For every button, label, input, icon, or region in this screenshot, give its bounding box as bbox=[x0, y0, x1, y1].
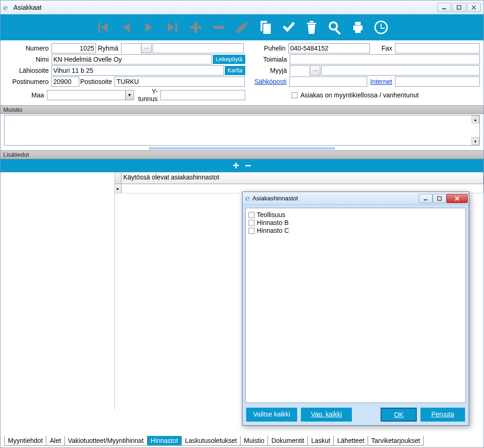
grid-corner bbox=[115, 173, 121, 184]
globe-clock-icon[interactable] bbox=[373, 19, 389, 36]
minimize-button[interactable] bbox=[437, 3, 451, 12]
deselect-all-button[interactable]: Vap. kaikki bbox=[301, 408, 352, 422]
numero-label: Numero bbox=[4, 45, 51, 52]
confirm-icon[interactable] bbox=[280, 19, 297, 36]
tab-l-hetteet[interactable]: Lähetteet bbox=[333, 436, 368, 446]
svg-rect-5 bbox=[438, 197, 441, 200]
myyja-label: Myyjä bbox=[247, 67, 289, 74]
pricelist-modal: ℮ Asiakashinnastot TeollisuusHinnasto BH… bbox=[242, 192, 469, 426]
add-row-icon[interactable]: + bbox=[233, 160, 239, 171]
tab-alet[interactable]: Alet bbox=[46, 436, 64, 446]
myyntikielto-label: Asiakas on myyntikiellossa / vanhentunut bbox=[300, 91, 419, 99]
window-title: Asiakkaat bbox=[13, 4, 437, 11]
lisatiedot-section-header: Lisätiedot bbox=[0, 150, 484, 159]
tab-vakiotuotteet-myyntihinnat[interactable]: Vakiotuotteet/Myyntihinnat bbox=[64, 436, 147, 446]
scroll-up-icon[interactable]: ▴ bbox=[471, 115, 479, 123]
lahiosoite-label: Lähiosoite bbox=[4, 67, 51, 74]
remove-icon[interactable] bbox=[210, 19, 227, 36]
checkbox-icon[interactable] bbox=[248, 220, 255, 226]
kartta-button[interactable]: Kartta bbox=[225, 66, 245, 75]
tab-laskut[interactable]: Laskut bbox=[307, 436, 334, 446]
ryhma-input[interactable] bbox=[121, 44, 141, 54]
ryhma-desc-input[interactable] bbox=[153, 43, 244, 53]
leikepoyta-button[interactable]: Leikepöytä bbox=[213, 55, 245, 64]
prev-record-icon[interactable] bbox=[118, 19, 134, 36]
titlebar: ℮ Asiakkaat bbox=[0, 0, 484, 14]
lahiosoite-input[interactable] bbox=[51, 65, 224, 76]
splitter[interactable] bbox=[0, 147, 484, 150]
print-icon[interactable] bbox=[350, 19, 366, 36]
postiosoite-input[interactable] bbox=[115, 77, 245, 87]
fax-input[interactable] bbox=[395, 43, 480, 53]
select-all-button[interactable]: Valitse kaikki bbox=[246, 408, 297, 422]
muistio-textarea[interactable]: ▴ ▾ bbox=[4, 115, 480, 146]
tab-tarviketarjoukset[interactable]: Tarviketarjoukset bbox=[368, 436, 424, 446]
internet-link[interactable]: Internet bbox=[368, 78, 394, 85]
tab-myyntiehdot[interactable]: Myyntiehdot bbox=[4, 436, 46, 446]
add-icon[interactable] bbox=[187, 19, 204, 36]
tab-hinnastot[interactable]: Hinnastot bbox=[147, 436, 182, 446]
checklist-item[interactable]: Teollisuus bbox=[248, 211, 463, 218]
svg-rect-4 bbox=[424, 199, 427, 200]
tab-dokumentit[interactable]: Dokumentit bbox=[267, 436, 308, 446]
internet-input[interactable] bbox=[395, 77, 480, 87]
nimi-input[interactable] bbox=[51, 54, 212, 64]
numero-input[interactable] bbox=[51, 43, 96, 53]
ytunnus-label: Y-tunnus bbox=[135, 88, 159, 102]
copy-icon[interactable] bbox=[257, 19, 274, 36]
puhelin-input[interactable] bbox=[288, 43, 370, 53]
customer-form: Numero Ryhmä ⋯ Puhelin Fax Nimi Leike bbox=[0, 40, 484, 105]
chevron-down-icon[interactable]: ▼ bbox=[125, 90, 134, 100]
checklist-item[interactable]: Hinnasto B bbox=[248, 219, 463, 226]
ytunnus-input[interactable] bbox=[160, 90, 245, 100]
tab-laskutusoletukset[interactable]: Laskutusoletukset bbox=[181, 436, 241, 446]
first-record-icon[interactable] bbox=[95, 19, 111, 36]
toimiala-input[interactable] bbox=[290, 54, 480, 64]
search-icon[interactable] bbox=[326, 19, 343, 36]
modal-close-button[interactable] bbox=[446, 194, 468, 203]
sahkoposti-link[interactable]: Sähköposti bbox=[247, 78, 288, 85]
myyntikielto-checkbox[interactable] bbox=[292, 92, 298, 98]
last-record-icon[interactable] bbox=[164, 19, 181, 36]
ryhma-lookup-button[interactable]: ⋯ bbox=[141, 44, 151, 53]
myyja-lookup-button[interactable]: ⋯ bbox=[310, 66, 320, 75]
modal-minimize-button[interactable] bbox=[419, 194, 433, 203]
main-toolbar bbox=[0, 14, 484, 40]
checklist-label: Teollisuus bbox=[257, 211, 285, 218]
modal-maximize-button[interactable] bbox=[433, 194, 446, 203]
checkbox-icon[interactable] bbox=[248, 212, 255, 218]
ryhma-label: Ryhmä bbox=[97, 45, 120, 52]
edit-icon[interactable] bbox=[234, 19, 250, 36]
tab-muistio[interactable]: Muistio bbox=[240, 436, 268, 446]
checkbox-icon[interactable] bbox=[248, 228, 255, 234]
puhelin-label: Puhelin bbox=[246, 45, 287, 52]
sahkoposti-input[interactable] bbox=[289, 77, 367, 87]
maximize-button[interactable] bbox=[452, 3, 466, 12]
remove-row-icon[interactable]: − bbox=[245, 160, 251, 171]
myyja-desc-input[interactable] bbox=[321, 65, 480, 76]
checklist-item[interactable]: Hinnasto C bbox=[248, 227, 463, 234]
checklist-label: Hinnasto C bbox=[257, 227, 289, 234]
svg-rect-1 bbox=[457, 6, 461, 9]
trash-icon[interactable] bbox=[303, 19, 320, 36]
myyja-input[interactable] bbox=[290, 66, 310, 76]
main-window: ℮ Asiakkaat bbox=[0, 0, 484, 448]
grid-column-header[interactable]: Käytössä olevat asiakashinnastot bbox=[121, 173, 484, 184]
fax-label: Fax bbox=[371, 45, 394, 52]
modal-title: Asiakashinnastot bbox=[253, 195, 419, 202]
nimi-label: Nimi bbox=[4, 56, 51, 63]
ok-button[interactable]: OK bbox=[381, 408, 417, 422]
checklist-label: Hinnasto B bbox=[257, 219, 288, 226]
postinumero-input[interactable] bbox=[51, 77, 79, 87]
maa-label: Maa bbox=[4, 91, 46, 99]
next-record-icon[interactable] bbox=[141, 19, 158, 36]
cancel-button[interactable]: Peruuta bbox=[420, 408, 465, 422]
maa-dropdown[interactable] bbox=[47, 90, 134, 100]
svg-rect-0 bbox=[442, 8, 446, 9]
app-icon: ℮ bbox=[3, 4, 11, 11]
muistio-section-header: Muistio bbox=[0, 105, 484, 114]
scroll-down-icon[interactable]: ▾ bbox=[471, 137, 479, 145]
close-button[interactable] bbox=[467, 3, 481, 12]
svg-point-2 bbox=[330, 22, 337, 30]
postiosoite-label: Postiosoite bbox=[80, 78, 114, 85]
